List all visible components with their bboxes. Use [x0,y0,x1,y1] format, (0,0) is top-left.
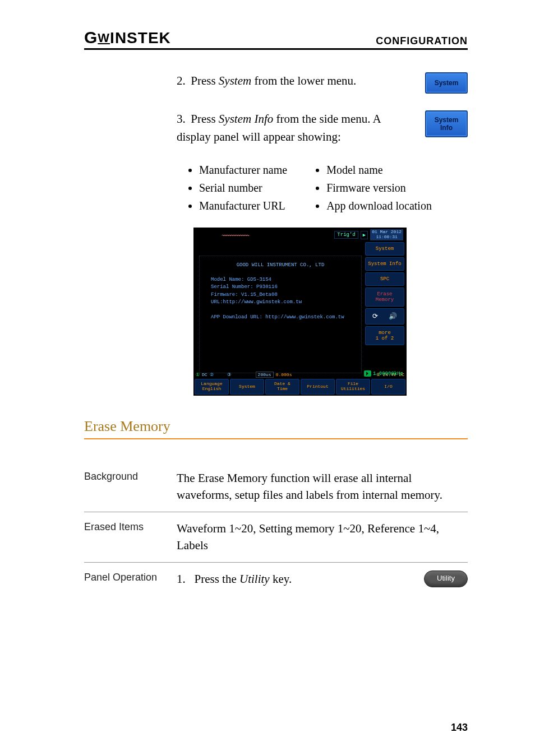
scr-btn-language[interactable]: LanguageEnglish [195,379,229,395]
device-screenshot: ~~~~~~~~~~~~ Trig'd ▶ 01 Mar 2012 11:00:… [193,228,407,396]
softkey-system[interactable]: System [425,72,468,94]
section-divider [84,438,468,439]
row-text-erased-items: Waveform 1~20, Setting memory 1~20, Refe… [177,520,468,554]
row-text-background: The Erase Memory function will erase all… [177,470,468,504]
scr-side-speaker[interactable]: ⟳ 🔊 [365,308,404,324]
row-label-erased-items: Erased Items [84,520,177,554]
step-2-text: 2. Press System from the lower menu. [177,72,414,90]
step-3-text: 3. Press System Info from the side menu.… [177,110,414,146]
scr-trig-status: Trig'd [334,231,358,239]
scr-btn-datetime[interactable]: Date &Time [265,379,299,395]
scr-url: URL:http://www.gwinstek.com.tw [211,299,350,307]
header-section: CONFIGURATION [376,35,468,47]
speaker-icon: 🔊 [389,312,397,321]
refresh-icon: ⟳ [372,312,378,321]
page-number: 143 [451,722,468,734]
freq-icon: ⏵ [364,370,371,377]
info-bullets: Manufacturer name Serial number Manufact… [188,163,468,216]
scr-serial: Serial Number: P930116 [211,284,350,291]
scr-side-system[interactable]: System [365,242,404,256]
scr-btn-system[interactable]: System [230,379,264,395]
scr-btn-printout[interactable]: Printout [301,379,335,395]
scr-side-more[interactable]: more 1 of 2 [365,326,404,345]
brand-logo: GWINSTEK [84,28,171,47]
scr-side-erase-memory[interactable]: Erase Memory [365,287,404,307]
section-title-erase-memory: Erase Memory [84,418,468,435]
scr-manufacturer: GOOD WILL INSTRUMENT CO., LTD [211,262,350,270]
scr-datetime: 01 Mar 2012 11:00:31 [370,229,403,240]
scr-app-url: APP Download URL: http://www.gwinstek.co… [211,314,350,322]
row-label-background: Background [84,470,177,504]
scr-run-icon: ▶ [361,231,368,239]
scr-btn-io[interactable]: I/O [371,379,405,395]
row-label-panel-operation: Panel Operation [84,571,177,587]
scr-model: Model Name: GDS-3154 [211,276,350,284]
softkey-system-info[interactable]: System Info [425,110,468,137]
scr-firmware: Firmware: V1.15_Beta08 [211,291,350,299]
scr-side-system-info[interactable]: System Info [365,257,404,271]
scr-btn-file[interactable]: FileUtilities [336,379,370,395]
hardkey-utility[interactable]: Utility [424,571,468,587]
panel-op-step-1: 1. Press the Utility key. [177,571,415,587]
scr-side-spc[interactable]: SPC [365,272,404,286]
